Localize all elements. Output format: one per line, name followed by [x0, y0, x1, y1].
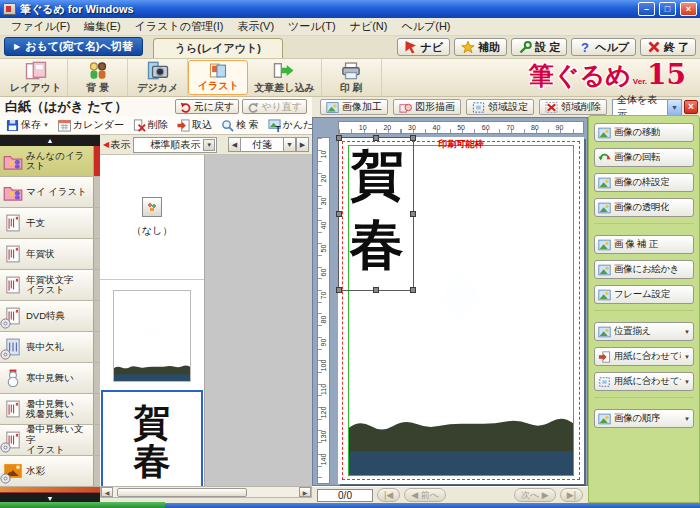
sidebar-item-mochu-ketsurei[interactable]: 喪中欠礼 [0, 332, 100, 363]
save-button[interactable]: 保存 ▼ [2, 117, 53, 133]
scrollbar-thumb[interactable] [117, 488, 247, 497]
image-order-icon [598, 413, 611, 425]
play-arrow-icon: ▶ [14, 42, 20, 51]
image-frame-set-button[interactable]: 画像の枠設定 [594, 173, 694, 192]
prev-page-button[interactable]: ◀ 前へ [404, 488, 446, 502]
sidebar-item-shochu-moji[interactable]: 暑中見舞い文字 イラスト [0, 425, 100, 456]
last-page-button[interactable]: ▶| [560, 488, 583, 502]
easy-layout-icon [268, 119, 281, 132]
zoom-view-select[interactable]: 全体を表示 ▼ [612, 99, 682, 116]
selection-handle-e[interactable] [410, 211, 416, 217]
image-paint-icon [598, 264, 611, 276]
selection-handle-n[interactable] [373, 135, 379, 141]
selection-handle-se[interactable] [410, 287, 416, 293]
image-correction-button[interactable]: 画 像 補 正 [594, 235, 694, 254]
resize-to-paper-button[interactable]: 用紙に合わせてサイズ変更 ▼ [594, 372, 694, 391]
close-button[interactable]: × [680, 2, 697, 16]
watercolor-disc-icon [3, 462, 23, 480]
undo-button[interactable]: 元に戻す [175, 99, 239, 114]
camera-icon [143, 61, 173, 80]
image-move-button[interactable]: 画像の移動 [594, 123, 694, 142]
redo-button[interactable]: やり直す [242, 99, 307, 114]
settings-button[interactable]: 設 定 [511, 38, 567, 56]
sidebar-item-suisai[interactable]: 水彩 [0, 456, 100, 487]
list-item-fuji-photo[interactable] [113, 290, 191, 382]
selection-handle-nw[interactable] [336, 135, 342, 141]
sidebar-item-nengajo[interactable]: 年賀状 [0, 239, 100, 270]
navi-button[interactable]: ナビ [397, 38, 451, 56]
menu-illust-manage[interactable]: イラストの管理(I) [128, 18, 231, 35]
menu-edit[interactable]: 編集(E) [77, 18, 128, 35]
sidebar-item-my-illust[interactable]: マイ イラスト [0, 177, 100, 208]
tag-prev-button[interactable]: ◀ [228, 137, 241, 152]
title-bar: 筆ぐるめ for Windows – □ × [0, 0, 700, 18]
toolbar-print-button[interactable]: 印 刷 [322, 59, 382, 96]
selection-handle-sw[interactable] [336, 287, 342, 293]
delete-button[interactable]: 削除 [129, 117, 172, 133]
tag-dropdown-button[interactable]: ▼ [283, 137, 296, 152]
list-item-gashun-selected[interactable]: 賀 春 [101, 390, 203, 494]
area-set-button[interactable]: 領域設定 [466, 99, 534, 115]
sidebar-item-eto[interactable]: 干支 [0, 208, 100, 239]
assist-label: 補助 [478, 40, 500, 55]
scroll-right-arrow[interactable]: ▶ [299, 487, 311, 497]
scroll-left-arrow[interactable]: ◀ [101, 487, 113, 497]
next-page-button[interactable]: 次へ ▶ [514, 488, 556, 502]
shape-draw-button[interactable]: 図形描画 [393, 99, 461, 115]
toolbar-layout-button[interactable]: レイアウト [4, 59, 68, 96]
sort-order-select[interactable]: 標準順表示 ▼ [133, 137, 217, 153]
sidebar-item-shochu-mimai[interactable]: 暑中見舞い 残暑見舞い [0, 394, 100, 425]
selection-handle-ne[interactable] [410, 135, 416, 141]
list-item-none[interactable]: （なし） [100, 155, 204, 280]
logo-text: 筆ぐるめ [529, 59, 631, 92]
selection-handle-s[interactable] [373, 287, 379, 293]
align-position-button[interactable]: 位置揃え ▼ [594, 322, 694, 341]
toolbar-text-merge-button[interactable]: 文章差し込み [248, 59, 321, 96]
menu-file[interactable]: ファイル(F) [4, 18, 77, 35]
search-button[interactable]: 検 索 [217, 117, 263, 133]
switch-to-front-button[interactable]: ▶ おもて(宛て名)へ切替 [4, 37, 143, 56]
frame-setting-button[interactable]: フレーム設定 [594, 285, 694, 304]
image-transparency-button[interactable]: 画像の透明化 [594, 198, 694, 217]
sidebar-item-nengajo-moji[interactable]: 年賀状文字 イラスト [0, 270, 100, 301]
menu-view[interactable]: 表示(V) [230, 18, 281, 35]
import-button[interactable]: 取込 [173, 117, 216, 133]
main-toolbar: レイアウト 背 景 デジカメ イラスト 文章差し込み 印 刷 筆ぐるめ Ver.… [0, 59, 700, 97]
menu-navi[interactable]: ナビ(N) [343, 18, 395, 35]
tag-next-button[interactable]: ▶ [296, 137, 309, 152]
redo-label: やり直す [261, 100, 302, 114]
toolbar-digicam-button[interactable]: デジカメ [128, 59, 188, 96]
move-to-paper-button[interactable]: 用紙に合わせて移動 ▼ [594, 347, 694, 366]
dropdown-arrow-icon: ▼ [684, 354, 690, 360]
help-button[interactable]: ヘルプ [571, 38, 636, 56]
tab-back-layout[interactable]: うら(レイアウト) [153, 38, 283, 58]
calendar-button[interactable]: カレンダー [54, 117, 128, 133]
menu-help[interactable]: ヘルプ(H) [394, 18, 457, 35]
sidebar-item-minna-no-illust[interactable]: みんなのイラスト [0, 146, 100, 177]
show-toggle[interactable]: ◀ 表示 [103, 138, 130, 152]
browser-h-scrollbar[interactable]: ◀ ▶ [100, 486, 312, 498]
image-order-button[interactable]: 画像の順序 ▼ [594, 409, 694, 428]
sidebar-item-dvd-tokuten[interactable]: DVD特典 [0, 301, 100, 332]
toolbar-background-button[interactable]: 背 景 [68, 59, 128, 96]
minimize-button[interactable]: – [638, 2, 655, 16]
page-counter[interactable]: 0/0 [317, 489, 373, 502]
category-sidebar: ▲ みんなのイラスト マイ イラスト 干支 年賀状 年賀状文字 イラスト DVD… [0, 135, 100, 503]
sidebar-item-kanchu-mimai[interactable]: 寒中見舞い [0, 363, 100, 394]
area-delete-button[interactable]: 領域削除 [539, 99, 607, 115]
image-paint-button[interactable]: 画像にお絵かき [594, 260, 694, 279]
image-rotate-button[interactable]: 画像の回転 [594, 148, 694, 167]
maximize-button[interactable]: □ [659, 2, 676, 16]
menu-tools[interactable]: ツール(T) [281, 18, 343, 35]
sidebar-scroll-up[interactable]: ▲ [0, 135, 100, 146]
image-frame-icon [598, 177, 611, 189]
assist-button[interactable]: 補助 [454, 38, 507, 56]
first-page-button[interactable]: |◀ [377, 488, 400, 502]
selection-handle-w[interactable] [336, 211, 342, 217]
exit-button[interactable]: 終 了 [640, 38, 696, 56]
toolbar-illust-button[interactable]: イラスト [188, 60, 248, 95]
hagaki-page[interactable]: 印刷可能枠 賀 春 [338, 137, 584, 484]
image-edit-button[interactable]: 画像加工 [320, 99, 388, 115]
canvas-workspace[interactable]: 10 20 30 40 50 60 70 80 90 10 20 30 40 5… [312, 117, 588, 486]
panel-close-button[interactable]: × [684, 100, 698, 114]
